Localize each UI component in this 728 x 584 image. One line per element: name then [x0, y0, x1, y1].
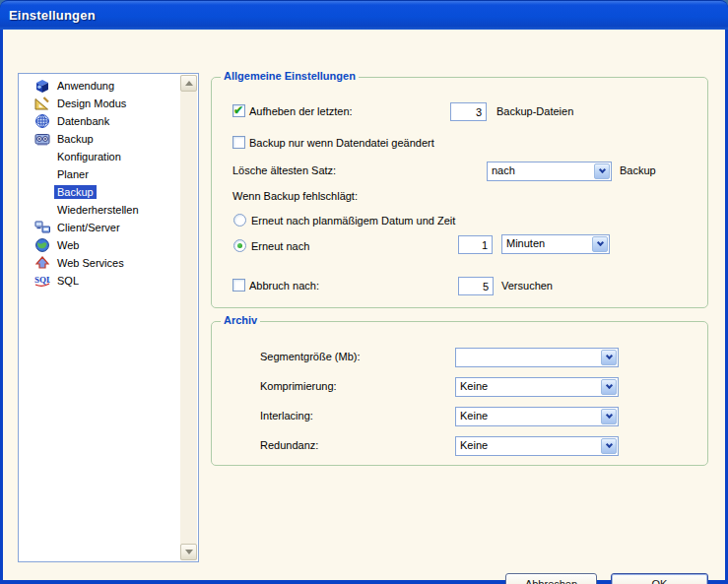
- archive-group: Archiv Segmentgröße (Mb):Komprimierung:K…: [211, 321, 708, 466]
- tree-item-planer[interactable]: Planer: [19, 165, 198, 183]
- abort-after-count-input[interactable]: [458, 277, 494, 295]
- retry-after-unit-dropdown[interactable]: Minuten: [501, 234, 610, 254]
- dropdown-arrow-button[interactable]: [594, 163, 610, 179]
- tree-item-label: Web Services: [54, 256, 127, 270]
- dropdown-arrow-button[interactable]: [601, 438, 617, 454]
- client-server-icon: [34, 220, 50, 235]
- design-mode-icon: [34, 96, 50, 111]
- tree-item-anwendung[interactable]: Anwendung: [19, 77, 198, 95]
- archive-row-label: Komprimierung:: [260, 380, 337, 392]
- dropdown-arrow-button[interactable]: [601, 379, 617, 395]
- tree-item-design-modus[interactable]: Design Modus: [19, 95, 198, 112]
- archive-row-label: Redundanz:: [260, 439, 318, 451]
- tree-item-label: Anwendung: [54, 79, 117, 93]
- backup-drive-icon: [34, 131, 50, 147]
- tree-item-client-server[interactable]: Client/Server: [19, 219, 198, 236]
- archive-row-value: Keine: [460, 380, 488, 392]
- ok-button[interactable]: OK: [611, 573, 708, 584]
- retry-after-radio[interactable]: [233, 239, 246, 252]
- scroll-up-button[interactable]: [180, 75, 197, 92]
- tree-scrollbar[interactable]: [180, 75, 197, 560]
- abort-after-label: Abbruch nach:: [249, 280, 319, 292]
- web-services-icon: [34, 255, 50, 271]
- chevron-down-icon: [605, 382, 612, 389]
- backup-only-if-changed-checkbox[interactable]: [232, 136, 245, 149]
- tree-indent-spacer: [34, 149, 50, 164]
- sql-icon: SQL: [34, 273, 50, 289]
- general-settings-group: Allgemeine Einstellungen Aufheben der le…: [211, 77, 708, 308]
- tree-item-konfiguration[interactable]: Konfiguration: [19, 148, 198, 165]
- delete-oldest-dropdown[interactable]: nach: [487, 162, 612, 181]
- tree-item-sql[interactable]: SQLSQL: [19, 272, 198, 290]
- archive-row-dropdown[interactable]: [455, 348, 619, 367]
- retry-scheduled-label: Erneut nach planmäßigem Datum und Zeit: [251, 215, 455, 227]
- archive-row-dropdown[interactable]: Keine: [455, 407, 619, 426]
- chevron-down-icon: [605, 353, 612, 359]
- dropdown-arrow-button[interactable]: [592, 236, 608, 252]
- keep-last-label: Aufheben der letzten:: [249, 105, 353, 117]
- archive-row-dropdown[interactable]: Keine: [455, 436, 619, 456]
- tree-indent-spacer: [34, 202, 50, 218]
- on-failure-label: Wenn Backup fehlschlägt:: [232, 190, 358, 202]
- settings-window: Einstellungen AnwendungDesign ModusDaten…: [0, 0, 728, 584]
- retry-scheduled-radio[interactable]: [233, 214, 246, 227]
- tree-item-datenbank[interactable]: Datenbank: [19, 112, 198, 130]
- retry-after-value-input[interactable]: [458, 235, 493, 254]
- chevron-down-icon: [605, 441, 612, 448]
- tree-item-label: Wiederherstellen: [54, 203, 142, 217]
- window-title: Einstellungen: [9, 8, 96, 23]
- delete-oldest-label: Lösche ältesten Satz:: [232, 164, 336, 176]
- archive-group-title: Archiv: [221, 314, 260, 326]
- tree-item-label: Backup: [54, 185, 97, 199]
- tree-item-label: Design Modus: [54, 97, 129, 110]
- archive-row-value: Keine: [460, 439, 488, 451]
- tree-item-label: Web: [54, 238, 82, 252]
- abort-after-suffix-label: Versuchen: [501, 280, 553, 292]
- keep-last-count-input[interactable]: [450, 102, 487, 121]
- dropdown-arrow-button[interactable]: [601, 350, 617, 365]
- tree-item-backup[interactable]: Backup: [19, 183, 198, 201]
- general-group-title: Allgemeine Einstellungen: [221, 70, 359, 82]
- down-arrow-icon: [185, 550, 193, 554]
- dropdown-arrow-button[interactable]: [601, 409, 617, 424]
- tree-indent-spacer: [34, 166, 50, 182]
- abort-after-checkbox[interactable]: [232, 279, 245, 292]
- chevron-down-icon: [596, 239, 603, 246]
- tree-item-web-services[interactable]: Web Services: [19, 254, 198, 272]
- archive-row-label: Segmentgröße (Mb):: [260, 351, 360, 362]
- keep-last-checkbox[interactable]: [232, 104, 245, 117]
- svg-text:SQL: SQL: [34, 275, 50, 285]
- tree-indent-spacer: [34, 184, 50, 200]
- settings-tree: AnwendungDesign ModusDatenbankBackupKonf…: [18, 73, 199, 562]
- application-icon: [34, 78, 50, 94]
- chevron-down-icon: [605, 412, 612, 419]
- tree-item-wiederherstellen[interactable]: Wiederherstellen: [19, 201, 198, 219]
- titlebar[interactable]: Einstellungen: [0, 0, 728, 30]
- web-globe-icon: [34, 237, 50, 253]
- up-arrow-icon: [185, 81, 193, 86]
- backup-only-if-changed-label: Backup nur wenn Datendatei geändert: [249, 137, 434, 149]
- tree-item-label: Backup: [54, 132, 97, 146]
- delete-oldest-suffix-label: Backup: [620, 164, 656, 176]
- cancel-button[interactable]: Abbrechen: [505, 573, 597, 584]
- database-icon: [34, 113, 50, 129]
- scroll-down-button[interactable]: [180, 544, 197, 560]
- chevron-down-icon: [598, 166, 605, 173]
- delete-oldest-value: nach: [492, 164, 515, 176]
- archive-row-dropdown[interactable]: Keine: [455, 377, 619, 397]
- tree-item-backup[interactable]: Backup: [19, 130, 198, 148]
- retry-after-unit-value: Minuten: [506, 237, 545, 249]
- tree-item-label: Planer: [54, 167, 92, 181]
- tree-item-label: Konfiguration: [54, 150, 124, 163]
- tree-item-label: Datenbank: [54, 114, 112, 128]
- archive-row-label: Interlacing:: [260, 410, 313, 422]
- keep-last-suffix-label: Backup-Dateien: [496, 105, 573, 117]
- tree-item-label: Client/Server: [54, 221, 123, 234]
- archive-row-value: Keine: [460, 410, 488, 422]
- tree-item-label: SQL: [54, 274, 82, 288]
- retry-after-label: Erneut nach: [251, 240, 309, 252]
- tree-item-web[interactable]: Web: [19, 236, 198, 254]
- dialog-body: AnwendungDesign ModusDatenbankBackupKonf…: [3, 30, 725, 580]
